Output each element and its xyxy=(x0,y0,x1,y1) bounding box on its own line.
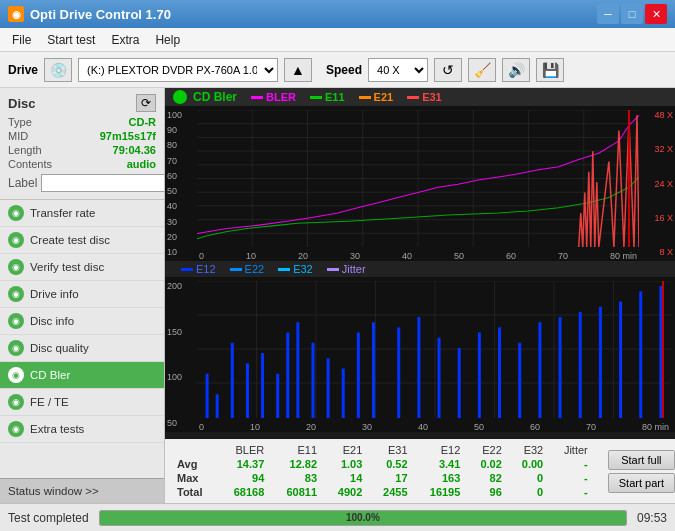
maximize-button[interactable]: □ xyxy=(621,4,643,24)
sidebar-item-drive-info[interactable]: ◉ Drive info xyxy=(0,281,164,308)
progress-label: 100.0% xyxy=(346,512,380,523)
nav-items: ◉ Transfer rate ◉ Create test disc ◉ Ver… xyxy=(0,200,164,478)
chart1-title-bar: CD Bler BLER E11 E21 E31 xyxy=(165,88,675,106)
sidebar-item-create-test-disc[interactable]: ◉ Create test disc xyxy=(0,227,164,254)
status-bar: Test completed 100.0% 09:53 xyxy=(0,503,675,531)
stats-total-label: Total xyxy=(171,485,217,499)
y2-200: 200 xyxy=(167,281,195,291)
stats-header-e22: E22 xyxy=(466,443,507,457)
time-display: 09:53 xyxy=(637,511,667,525)
stats-max-e32: 0 xyxy=(508,471,549,485)
menu-extra[interactable]: Extra xyxy=(103,31,147,49)
stats-avg-jitter: - xyxy=(549,457,594,471)
y1-80: 80 xyxy=(167,140,195,150)
menu-start-test[interactable]: Start test xyxy=(39,31,103,49)
disc-length-label: Length xyxy=(8,144,42,156)
legend2-jitter: Jitter xyxy=(327,263,366,275)
legend-e31: E31 xyxy=(407,91,442,103)
disc-contents-value: audio xyxy=(127,158,156,170)
sidebar-item-label: Disc info xyxy=(30,315,74,327)
speed-16x: 16 X xyxy=(641,213,673,223)
stats-row-total: Total 68168 60811 4902 2455 16195 96 0 - xyxy=(171,485,594,499)
stats-total-e32: 0 xyxy=(508,485,549,499)
legend-bler: BLER xyxy=(251,91,296,103)
y2-100: 100 xyxy=(167,372,195,382)
disc-title: Disc xyxy=(8,96,35,111)
stats-avg-label: Avg xyxy=(171,457,217,471)
sidebar-item-cd-bler[interactable]: ◉ CD Bler xyxy=(0,362,164,389)
chart2-svg xyxy=(197,281,671,418)
progress-bar: 100.0% xyxy=(100,511,626,525)
y1-40: 40 xyxy=(167,201,195,211)
sidebar-item-disc-quality[interactable]: ◉ Disc quality xyxy=(0,335,164,362)
chart1-wrapper: 100 90 80 70 60 50 40 30 20 10 48 X 32 X… xyxy=(165,106,675,261)
sidebar-item-label: Create test disc xyxy=(30,234,110,246)
stats-max-jitter: - xyxy=(549,471,594,485)
legend2-e12: E12 xyxy=(181,263,216,275)
cd-bler-icon: ◉ xyxy=(8,367,24,383)
disc-mid-value: 97m15s17f xyxy=(100,130,156,142)
erase-button[interactable]: 🧹 xyxy=(468,58,496,82)
status-text: Test completed xyxy=(8,511,89,525)
y1-90: 90 xyxy=(167,125,195,135)
legend-bler-color xyxy=(251,96,263,99)
stats-avg-e22: 0.02 xyxy=(466,457,507,471)
stats-table-container: BLER E11 E21 E31 E12 E22 E32 Jitter Avg … xyxy=(165,439,600,503)
legend-e11-color xyxy=(310,96,322,99)
sidebar-item-verify-test-disc[interactable]: ◉ Verify test disc xyxy=(0,254,164,281)
main-layout: Disc ⟳ Type CD-R MID 97m15s17f Length 79… xyxy=(0,88,675,503)
start-full-button[interactable]: Start full xyxy=(608,450,675,470)
y1-50: 50 xyxy=(167,186,195,196)
y1-30: 30 xyxy=(167,217,195,227)
save-button[interactable]: 💾 xyxy=(536,58,564,82)
disc-label-label: Label xyxy=(8,176,37,190)
disc-quality-icon: ◉ xyxy=(8,340,24,356)
y2-50: 50 xyxy=(167,418,195,428)
drive-icon-button[interactable]: 💿 xyxy=(44,58,72,82)
stats-total-e21: 4902 xyxy=(323,485,368,499)
refresh-button[interactable]: ↺ xyxy=(434,58,462,82)
y1-10: 10 xyxy=(167,247,195,257)
speed-select[interactable]: 40 X xyxy=(368,58,428,82)
sidebar-item-extra-tests[interactable]: ◉ Extra tests xyxy=(0,416,164,443)
chart1-x-axis: 0 10 20 30 40 50 60 70 80 min xyxy=(197,251,639,261)
stats-max-bler: 94 xyxy=(217,471,270,485)
stats-header-e32: E32 xyxy=(508,443,549,457)
sidebar-item-disc-info[interactable]: ◉ Disc info xyxy=(0,308,164,335)
legend-e21-color xyxy=(359,96,371,99)
menu-help[interactable]: Help xyxy=(147,31,188,49)
stats-header-bler: BLER xyxy=(217,443,270,457)
drive-info-icon: ◉ xyxy=(8,286,24,302)
transfer-rate-icon: ◉ xyxy=(8,205,24,221)
chart1-icon xyxy=(173,90,187,104)
sidebar-item-transfer-rate[interactable]: ◉ Transfer rate xyxy=(0,200,164,227)
disc-refresh-button[interactable]: ⟳ xyxy=(136,94,156,112)
stats-total-bler: 68168 xyxy=(217,485,270,499)
menu-file[interactable]: File xyxy=(4,31,39,49)
content-area: CD Bler BLER E11 E21 E31 xyxy=(165,88,675,503)
status-window[interactable]: Status window >> xyxy=(0,478,164,503)
speed-32x: 32 X xyxy=(641,144,673,154)
stats-max-label: Max xyxy=(171,471,217,485)
chart2-y-axis: 200 150 100 50 xyxy=(165,277,197,432)
stats-total-e31: 2455 xyxy=(368,485,413,499)
speed-8x: 8 X xyxy=(641,247,673,257)
sidebar-item-fe-te[interactable]: ◉ FE / TE xyxy=(0,389,164,416)
minimize-button[interactable]: ─ xyxy=(597,4,619,24)
stats-header-e12: E12 xyxy=(414,443,467,457)
status-window-label: Status window >> xyxy=(8,485,99,497)
close-button[interactable]: ✕ xyxy=(645,4,667,24)
action-buttons: Start full Start part xyxy=(600,450,675,493)
eject-button[interactable]: ▲ xyxy=(284,58,312,82)
info-button[interactable]: 🔊 xyxy=(502,58,530,82)
stats-max-e11: 83 xyxy=(270,471,323,485)
drive-select[interactable]: (K:) PLEXTOR DVDR PX-760A 1.07 xyxy=(78,58,278,82)
disc-type-value: CD-R xyxy=(129,116,157,128)
start-part-button[interactable]: Start part xyxy=(608,473,675,493)
disc-label-input[interactable] xyxy=(41,174,165,192)
stats-total-e11: 60811 xyxy=(270,485,323,499)
stats-avg-e11: 12.82 xyxy=(270,457,323,471)
legend-e21: E21 xyxy=(359,91,394,103)
y2-150: 150 xyxy=(167,327,195,337)
chart2-title-bar: E12 E22 E32 Jitter xyxy=(165,261,675,277)
